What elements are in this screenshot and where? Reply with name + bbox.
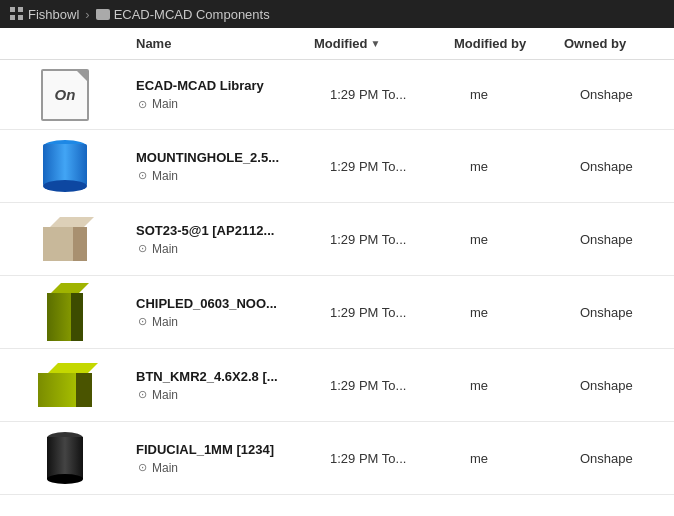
branch-icon: ⊙ <box>136 389 148 401</box>
name-cell: BTN_KMR2_4.6X2.8 [... ⊙ Main <box>130 361 324 410</box>
box-olive-thumbnail <box>37 284 93 340</box>
name-cell: ECAD-MCAD Library ⊙ Main <box>130 70 324 119</box>
item-name: BTN_KMR2_4.6X2.8 [... <box>136 369 318 384</box>
col-header-name[interactable]: Name <box>130 34 308 53</box>
table-row[interactable]: MOUNTINGHOLE_2.5... ⊙ Main 1:29 PM To...… <box>0 130 674 203</box>
col-header-modified[interactable]: Modified ▼ <box>308 34 448 53</box>
thumbnail-cell <box>0 276 130 348</box>
modified-cell: 1:29 PM To... <box>324 301 464 324</box>
modified-cell: 1:29 PM To... <box>324 83 464 106</box>
thumbnail-cell: On <box>0 61 130 129</box>
branch-icon: ⊙ <box>136 98 148 110</box>
item-name: FIDUCIAL_1MM [1234] <box>136 442 318 457</box>
owned-by-cell: Onshape <box>574 228 674 251</box>
branch-icon: ⊙ <box>136 243 148 255</box>
col-header-owned-by[interactable]: Owned by <box>558 34 658 53</box>
item-branch: ⊙ Main <box>136 315 318 329</box>
rows-container[interactable]: On ECAD-MCAD Library ⊙ Main 1:29 PM To..… <box>0 60 674 516</box>
thumbnail-cell <box>0 203 130 275</box>
modified-by-cell: me <box>464 447 574 470</box>
item-name: MOUNTINGHOLE_2.5... <box>136 150 318 165</box>
logo[interactable]: Fishbowl <box>10 7 79 22</box>
box-olive-shape <box>47 283 83 341</box>
breadcrumb: ECAD-MCAD Components <box>96 7 270 22</box>
branch-icon: ⊙ <box>136 170 148 182</box>
thumbnail-cell <box>0 349 130 421</box>
grid-icon <box>10 7 24 21</box>
branch-label: Main <box>152 242 178 256</box>
name-cell: CHIPLED_0603_NOO... ⊙ Main <box>130 288 324 337</box>
table-row[interactable]: SOT23-5@1 [AP2112... ⊙ Main 1:29 PM To..… <box>0 203 674 276</box>
modified-by-cell: me <box>464 374 574 397</box>
box-yg-shape <box>38 363 92 407</box>
branch-label: Main <box>152 315 178 329</box>
modified-cell: 1:29 PM To... <box>324 155 464 178</box>
item-name: ECAD-MCAD Library <box>136 78 318 93</box>
col-header-modified-by[interactable]: Modified by <box>448 34 558 53</box>
branch-label: Main <box>152 97 178 111</box>
branch-icon: ⊙ <box>136 316 148 328</box>
name-cell: FIDUCIAL_1MM [1234] ⊙ Main <box>130 434 324 483</box>
item-name: SOT23-5@1 [AP2112... <box>136 223 318 238</box>
modified-cell: 1:29 PM To... <box>324 447 464 470</box>
name-cell: MOUNTINGHOLE_2.5... ⊙ Main <box>130 142 324 191</box>
sort-arrow-icon: ▼ <box>370 38 380 49</box>
branch-icon: ⊙ <box>136 462 148 474</box>
modified-cell: 1:29 PM To... <box>324 374 464 397</box>
branch-label: Main <box>152 169 178 183</box>
name-cell: SOT23-5@1 [AP2112... ⊙ Main <box>130 215 324 264</box>
column-headers: Name Modified ▼ Modified by Owned by <box>0 28 674 60</box>
main-content: Name Modified ▼ Modified by Owned by On … <box>0 28 674 516</box>
item-branch: ⊙ Main <box>136 169 318 183</box>
breadcrumb-label: ECAD-MCAD Components <box>114 7 270 22</box>
doc-thumbnail: On <box>41 69 89 121</box>
cyl-black-shape <box>47 432 83 484</box>
modified-by-cell: me <box>464 228 574 251</box>
thumbnail-cell <box>0 130 130 202</box>
cyl-blue-thumbnail <box>37 138 93 194</box>
cube-tan-thumbnail <box>37 211 93 267</box>
box-yg-thumbnail <box>37 357 93 413</box>
table-row[interactable]: On ECAD-MCAD Library ⊙ Main 1:29 PM To..… <box>0 60 674 130</box>
item-branch: ⊙ Main <box>136 97 318 111</box>
table-row[interactable]: FIDUCIAL_1MM [1234] ⊙ Main 1:29 PM To...… <box>0 422 674 495</box>
cyl-blue-shape <box>43 140 87 192</box>
col-header-empty <box>0 34 130 53</box>
cube-tan-shape <box>43 217 87 261</box>
col-header-scroll-spacer <box>658 34 674 53</box>
owned-by-cell: Onshape <box>574 83 674 106</box>
owned-by-cell: Onshape <box>574 155 674 178</box>
modified-cell: 1:29 PM To... <box>324 228 464 251</box>
owned-by-cell: Onshape <box>574 447 674 470</box>
item-branch: ⊙ Main <box>136 388 318 402</box>
item-branch: ⊙ Main <box>136 242 318 256</box>
modified-by-cell: me <box>464 155 574 178</box>
modified-by-cell: me <box>464 83 574 106</box>
owned-by-cell: Onshape <box>574 301 674 324</box>
folder-icon <box>96 9 110 20</box>
thumbnail-cell <box>0 422 130 494</box>
modified-by-cell: me <box>464 301 574 324</box>
owned-by-cell: Onshape <box>574 374 674 397</box>
item-branch: ⊙ Main <box>136 461 318 475</box>
cyl-black-thumbnail <box>37 430 93 486</box>
table-row[interactable]: CHIPLED_0603_NOO... ⊙ Main 1:29 PM To...… <box>0 276 674 349</box>
item-name: CHIPLED_0603_NOO... <box>136 296 318 311</box>
topbar: Fishbowl › ECAD-MCAD Components <box>0 0 674 28</box>
table-row[interactable]: BTN_KMR2_4.6X2.8 [... ⊙ Main 1:29 PM To.… <box>0 349 674 422</box>
breadcrumb-separator: › <box>85 7 89 22</box>
branch-label: Main <box>152 388 178 402</box>
branch-label: Main <box>152 461 178 475</box>
logo-label: Fishbowl <box>28 7 79 22</box>
